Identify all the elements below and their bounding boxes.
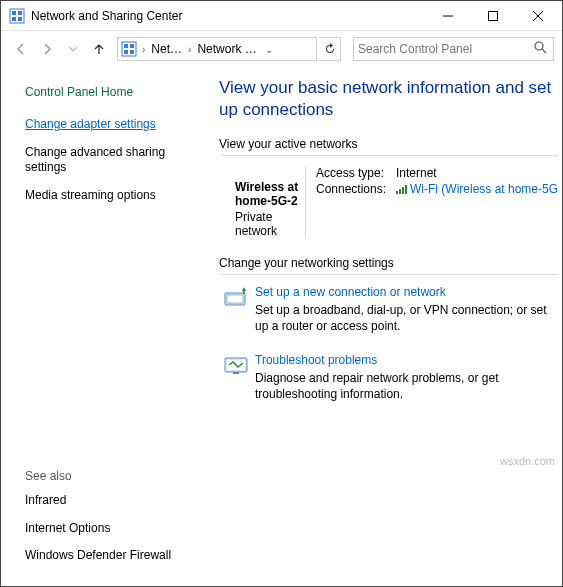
svg-rect-6: [488, 11, 497, 20]
maximize-button[interactable]: [470, 2, 515, 30]
main-content: View your basic network information and …: [209, 67, 562, 586]
window-title: Network and Sharing Center: [31, 9, 425, 23]
active-network-row: Wireless at home-5G-2 Private network Ac…: [219, 166, 558, 238]
sidebar-spacer: [25, 215, 195, 469]
breadcrumb: › Net… › Network … ⌄: [117, 37, 317, 61]
chevron-right-icon[interactable]: ›: [140, 44, 147, 55]
settings-list: Set up a new connection or network Set u…: [219, 285, 558, 402]
divider: [219, 274, 558, 275]
close-button[interactable]: [515, 2, 560, 30]
svg-rect-17: [227, 295, 243, 303]
back-button[interactable]: [9, 37, 33, 61]
breadcrumb-dropdown[interactable]: ⌄: [261, 44, 277, 55]
app-icon: [9, 8, 25, 24]
setup-connection-link[interactable]: Set up a new connection or network: [255, 285, 550, 299]
svg-rect-4: [18, 17, 22, 21]
change-settings-label: Change your networking settings: [219, 256, 558, 270]
sidebar: Control Panel Home Change adapter settin…: [1, 67, 209, 586]
window: Network and Sharing Center › Net… › Netw…: [0, 0, 563, 587]
troubleshoot-link[interactable]: Troubleshoot problems: [255, 353, 550, 367]
search-box[interactable]: [353, 37, 554, 61]
infrared-link[interactable]: Infrared: [25, 493, 195, 509]
minimize-button[interactable]: [425, 2, 470, 30]
change-adapter-link[interactable]: Change adapter settings: [25, 117, 195, 133]
page-headline: View your basic network information and …: [219, 77, 558, 121]
wifi-connection-link[interactable]: Wi-Fi (Wireless at home-5G: [410, 182, 558, 196]
breadcrumb-icon[interactable]: [118, 38, 140, 60]
svg-rect-11: [130, 44, 134, 48]
access-type-label: Access type:: [316, 166, 396, 180]
troubleshoot-row: Troubleshoot problems Diagnose and repai…: [219, 353, 558, 402]
svg-point-14: [535, 42, 543, 50]
refresh-button[interactable]: [319, 37, 341, 61]
network-name: Wireless at home-5G-2: [235, 180, 299, 208]
breadcrumb-item-2[interactable]: Network …: [193, 42, 260, 56]
search-input[interactable]: [358, 42, 531, 56]
network-type: Private network: [235, 210, 299, 238]
see-also-label: See also: [25, 469, 195, 483]
troubleshoot-icon: [219, 353, 255, 402]
internet-options-link[interactable]: Internet Options: [25, 521, 195, 537]
svg-line-15: [542, 49, 546, 53]
svg-rect-2: [18, 11, 22, 15]
wifi-signal-icon: [396, 184, 407, 194]
windows-firewall-link[interactable]: Windows Defender Firewall: [25, 548, 195, 564]
svg-rect-13: [130, 50, 134, 54]
change-advanced-sharing-link[interactable]: Change advanced sharing settings: [25, 145, 195, 176]
setup-connection-icon: [219, 285, 255, 334]
network-info: Wireless at home-5G-2 Private network: [219, 166, 306, 238]
chevron-right-icon[interactable]: ›: [186, 44, 193, 55]
titlebar: Network and Sharing Center: [1, 1, 562, 31]
breadcrumb-item-1[interactable]: Net…: [147, 42, 186, 56]
setup-connection-desc: Set up a broadband, dial-up, or VPN conn…: [255, 302, 550, 334]
body: Control Panel Home Change adapter settin…: [1, 67, 562, 586]
svg-rect-18: [243, 291, 245, 294]
up-button[interactable]: [87, 37, 111, 61]
svg-rect-3: [12, 17, 16, 21]
svg-rect-21: [233, 372, 239, 374]
connections-value: Wi-Fi (Wireless at home-5G: [396, 182, 558, 196]
navbar: › Net… › Network … ⌄: [1, 31, 562, 67]
search-icon[interactable]: [531, 41, 549, 57]
setup-connection-row: Set up a new connection or network Set u…: [219, 285, 558, 334]
watermark: wsxdn.com: [500, 455, 555, 467]
svg-rect-10: [124, 44, 128, 48]
media-streaming-link[interactable]: Media streaming options: [25, 188, 195, 204]
history-dropdown[interactable]: [61, 37, 85, 61]
forward-button[interactable]: [35, 37, 59, 61]
access-type-value: Internet: [396, 166, 437, 180]
connections-label: Connections:: [316, 182, 396, 196]
svg-rect-1: [12, 11, 16, 15]
svg-rect-12: [124, 50, 128, 54]
troubleshoot-desc: Diagnose and repair network problems, or…: [255, 370, 550, 402]
active-networks-label: View your active networks: [219, 137, 558, 151]
network-details: Access type: Internet Connections: Wi-Fi…: [306, 166, 558, 238]
divider: [219, 155, 558, 156]
control-panel-home-link[interactable]: Control Panel Home: [25, 85, 195, 99]
